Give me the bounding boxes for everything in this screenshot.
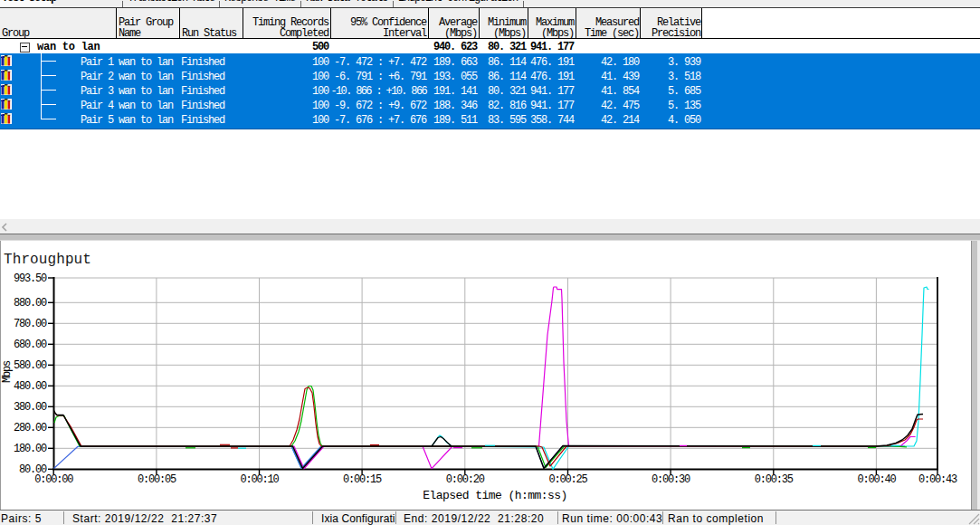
svg-text:0:00:35: 0:00:35 (755, 473, 794, 486)
svg-text:0:00:40: 0:00:40 (857, 473, 896, 486)
svg-text:780.00: 780.00 (14, 318, 47, 330)
svg-text:0:00:15: 0:00:15 (343, 473, 382, 486)
svg-text:0:00:20: 0:00:20 (446, 473, 485, 486)
svg-text:Elapsed time (h:mm:ss): Elapsed time (h:mm:ss) (423, 489, 567, 502)
svg-text:0:00:43: 0:00:43 (918, 473, 957, 486)
svg-text:0:00:10: 0:00:10 (240, 473, 279, 486)
svg-text:0:00:25: 0:00:25 (548, 473, 587, 486)
svg-text:Throughput: Throughput (4, 252, 91, 268)
svg-text:380.00: 380.00 (14, 401, 47, 414)
svg-text:680.00: 680.00 (14, 339, 47, 351)
svg-text:Mbps: Mbps (1, 360, 14, 383)
svg-text:480.00: 480.00 (14, 380, 47, 393)
svg-text:280.00: 280.00 (14, 422, 47, 434)
svg-text:180.00: 180.00 (14, 443, 47, 455)
svg-text:0:00:00: 0:00:00 (34, 473, 73, 486)
svg-text:0:00:30: 0:00:30 (652, 473, 690, 486)
svg-text:880.00: 880.00 (14, 297, 47, 310)
svg-text:580.00: 580.00 (14, 359, 47, 372)
svg-text:993.50: 993.50 (14, 272, 47, 285)
svg-text:0:00:05: 0:00:05 (138, 473, 176, 486)
